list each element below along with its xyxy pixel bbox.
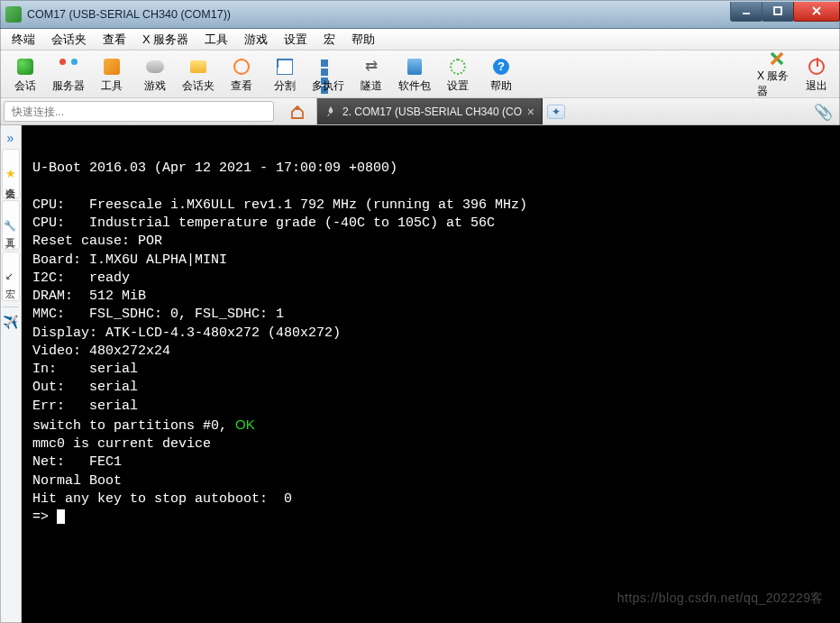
menu-xserver[interactable]: X 服务器 xyxy=(134,29,196,50)
macro-icon: ↘ xyxy=(5,272,16,280)
session-label: 会话 xyxy=(14,78,36,94)
packages-label: 软件包 xyxy=(398,78,431,94)
new-tab-button[interactable]: ✦ xyxy=(547,105,565,119)
servers-label: 服务器 xyxy=(52,78,85,94)
games-button[interactable]: 游戏 xyxy=(133,54,177,96)
tab-com-active[interactable]: 2. COM17 (USB-SERIAL CH340 (CO × xyxy=(317,98,543,124)
window-title: COM17 (USB-SERIAL CH340 (COM17)) xyxy=(27,8,731,21)
settings-button[interactable]: 设置 xyxy=(436,54,479,96)
multiexec-button[interactable]: 多执行 xyxy=(306,54,350,96)
wrench-icon: 🔧 xyxy=(5,219,16,231)
xserver-icon xyxy=(767,50,787,67)
svg-rect-1 xyxy=(774,7,781,14)
close-button[interactable] xyxy=(793,2,840,22)
menubar: 终端 会话夹 查看 X 服务器 工具 游戏 设置 宏 帮助 xyxy=(0,29,840,50)
tools-icon xyxy=(104,59,120,75)
menu-settings[interactable]: 设置 xyxy=(276,29,315,50)
multiexec-label: 多执行 xyxy=(312,78,344,94)
games-label: 游戏 xyxy=(144,78,166,94)
view-button[interactable]: 查看 xyxy=(220,54,263,96)
view-icon xyxy=(233,59,250,75)
session-icon xyxy=(17,59,33,75)
view-label: 查看 xyxy=(231,78,252,94)
tunnel-icon: ⇄ xyxy=(363,59,379,75)
help-label: 帮助 xyxy=(490,78,512,94)
toolbar: 会话 服务器 工具 游戏 会话夹 查看 分割 多执行 ⇄隧道 软件包 设置 ?帮… xyxy=(0,50,840,98)
settings-icon xyxy=(450,59,466,75)
sidebar-item-tools[interactable]: 🔧工具 xyxy=(2,200,20,250)
servers-icon xyxy=(59,59,78,75)
new-tab-area: ✦ xyxy=(543,98,570,124)
star-icon: ★ xyxy=(4,167,17,180)
menu-view[interactable]: 查看 xyxy=(95,29,134,50)
sidebar-expand-icon[interactable]: » xyxy=(2,129,20,147)
home-tab[interactable] xyxy=(278,98,317,124)
tab-index: 2. xyxy=(342,105,352,118)
tunnel-button[interactable]: ⇄隧道 xyxy=(350,54,393,96)
split-label: 分割 xyxy=(274,78,296,94)
minimize-button[interactable] xyxy=(730,2,762,22)
titlebar: COM17 (USB-SERIAL CH340 (COM17)) xyxy=(0,0,840,29)
help-icon: ? xyxy=(493,59,509,75)
menu-games[interactable]: 游戏 xyxy=(236,29,276,50)
tools-label: 工具 xyxy=(101,78,123,94)
toolbar-main: 会话 服务器 工具 游戏 会话夹 查看 分割 多执行 ⇄隧道 软件包 设置 ?帮… xyxy=(0,50,526,97)
tab-label: COM17 (USB-SERIAL CH340 (CO xyxy=(354,105,522,118)
terminal-output[interactable]: U-Boot 2016.03 (Apr 12 2021 - 17:00:09 +… xyxy=(22,125,840,623)
menu-terminal[interactable]: 终端 xyxy=(4,29,43,50)
servers-button[interactable]: 服务器 xyxy=(47,54,90,96)
multiexec-icon xyxy=(320,59,336,75)
home-icon xyxy=(289,104,306,120)
menu-tools[interactable]: 工具 xyxy=(196,29,236,50)
left-sidebar: » ★会话夹 🔧工具 ↘宏 ✈️ xyxy=(0,125,22,623)
watermark: https://blog.csdn.net/qq_202229客 xyxy=(617,591,824,607)
help-button[interactable]: ?帮助 xyxy=(479,54,523,96)
content-area: » ★会话夹 🔧工具 ↘宏 ✈️ U-Boot 2016.03 (Apr 12 … xyxy=(0,125,840,623)
menu-macros[interactable]: 宏 xyxy=(315,29,343,50)
xserver-label: X 服务器 xyxy=(757,69,797,99)
tab-row: 2. COM17 (USB-SERIAL CH340 (CO × ✦ 📎 xyxy=(0,98,840,125)
sessions-folder-label: 会话夹 xyxy=(182,78,215,94)
settings-label: 设置 xyxy=(447,78,469,94)
tunnel-label: 隧道 xyxy=(361,78,382,94)
packages-button[interactable]: 软件包 xyxy=(393,54,436,96)
tab-close-icon[interactable]: × xyxy=(527,105,534,119)
app-icon xyxy=(5,6,22,23)
exit-button[interactable]: 退出 xyxy=(797,54,836,96)
sidebar-item-macros[interactable]: ↘宏 xyxy=(2,252,20,301)
sidebar-send-icon[interactable]: ✈️ xyxy=(2,311,20,333)
xserver-button[interactable]: X 服务器 xyxy=(757,54,797,96)
window-buttons xyxy=(731,2,840,22)
attachment-icon[interactable]: 📎 xyxy=(814,103,833,122)
sidebar-separator xyxy=(3,307,19,307)
tools-button[interactable]: 工具 xyxy=(90,54,133,96)
menu-help[interactable]: 帮助 xyxy=(343,29,383,50)
exit-icon xyxy=(808,59,825,75)
split-button[interactable]: 分割 xyxy=(263,54,306,96)
exit-label: 退出 xyxy=(806,78,827,94)
split-icon xyxy=(277,59,293,75)
maximize-button[interactable] xyxy=(762,2,794,22)
sidebar-item-sessions[interactable]: ★会话夹 xyxy=(2,149,20,198)
packages-icon xyxy=(407,59,422,75)
rocket-icon xyxy=(324,105,337,118)
quick-connect-input[interactable] xyxy=(4,101,274,122)
session-button[interactable]: 会话 xyxy=(4,54,47,96)
menu-sessions[interactable]: 会话夹 xyxy=(43,29,95,50)
svg-rect-6 xyxy=(296,106,299,110)
sessions-folder-icon xyxy=(190,60,206,73)
sessions-folder-button[interactable]: 会话夹 xyxy=(177,54,220,96)
toolbar-right: X 服务器 退出 xyxy=(753,50,840,97)
games-icon xyxy=(146,60,164,73)
